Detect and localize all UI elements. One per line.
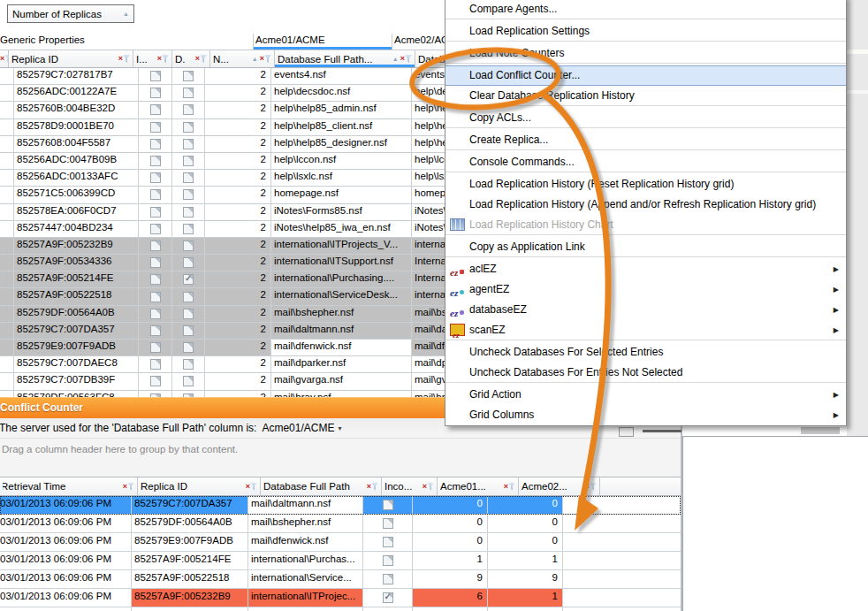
replica-id-cell[interactable]: 852579C7:007DAEC8 [14,356,139,372]
replica-id-cell[interactable]: 852579C7:027817B7 [14,68,139,84]
table-row[interactable]: 03/01/2013 06:09:06 PM 852579DF:00564A0B… [0,515,681,533]
filter-icon[interactable]: × [504,483,515,491]
replica-count-cell[interactable]: 2 [205,391,271,397]
incomplete-checkbox-cell[interactable] [363,496,413,514]
column-header-replica-id[interactable]: Replica ID × [9,50,133,67]
table-row[interactable]: 03/01/2013 06:09:06 PM 85257A9F:00534336… [0,607,681,611]
checkbox-icon[interactable] [150,122,161,133]
database-path-cell[interactable]: mail\dparker.nsf [271,356,412,372]
database-path-cell[interactable]: international\ITProjects_V... [271,238,412,254]
checkbox-icon[interactable] [150,71,161,81]
replica-count-cell[interactable]: 2 [205,68,271,84]
checkbox-icon[interactable] [183,292,194,302]
acme01-count-cell[interactable]: 0 [413,533,488,551]
checkbox-cell-i[interactable] [139,391,172,397]
database-path-cell[interactable]: events4.nsf [271,68,412,84]
replica-id-cell[interactable]: 85257A9F:00534336 [14,255,139,271]
menu-item[interactable]: Load Replication History Chart ▶ [445,215,846,235]
server-selector[interactable]: Acme01/ACME ▾ [262,422,341,434]
checkbox-cell-i[interactable] [139,340,172,355]
filter-icon[interactable]: × [400,55,412,63]
retrieval-time-cell[interactable]: 03/01/2013 06:09:06 PM [0,607,132,611]
replica-count-cell[interactable]: 2 [205,221,271,237]
database-path-cell[interactable]: international\ServiceDesk... [271,288,412,304]
checkbox-icon[interactable] [383,574,393,584]
checkbox-icon[interactable] [183,309,194,319]
checkbox-icon[interactable] [150,104,161,115]
database-path-cell[interactable]: help\lsxlc.nsf [271,170,412,186]
retrieval-time-cell[interactable]: 03/01/2013 06:09:06 PM [0,533,132,551]
incomplete-checkbox-cell[interactable] [363,515,413,532]
database-path-cell[interactable]: mail\dfenwick.nsf [271,340,412,355]
checkbox-cell-i[interactable] [139,255,172,271]
checkbox-icon[interactable] [383,518,393,529]
replica-id-cell[interactable]: 85257A9F:005232B9 [14,238,139,254]
checkbox-icon[interactable] [150,139,161,149]
replica-id-cell[interactable]: 85257A9F:00522518 [14,288,139,304]
acme01-count-cell[interactable]: 9 [413,570,488,588]
checkbox-icon[interactable] [183,376,194,386]
menu-item[interactable]: Uncheck Databases For Selected Entries ▶ [445,342,846,363]
filter-icon[interactable]: × [585,483,597,491]
checkbox-cell-d[interactable] [172,136,205,152]
replica-count-cell[interactable]: 2 [205,271,271,287]
replica-id-cell[interactable]: 85256ADC:00122A7E [14,85,139,101]
checkbox-icon[interactable] [150,325,161,336]
replica-count-cell[interactable]: 2 [205,119,271,135]
column-header-database-full-path[interactable]: Database Full Path × [261,477,382,495]
checkbox-cell-d[interactable] [172,373,205,389]
checkbox-cell-i[interactable] [139,221,172,237]
column-header-acme02[interactable]: Acme02... × [519,477,600,495]
table-row[interactable]: 03/01/2013 06:09:06 PM 852579E9:007F9ADB… [0,533,681,552]
checkbox-cell-d[interactable] [172,119,205,135]
replica-count-cell[interactable]: 2 [205,153,271,169]
checkbox-icon[interactable] [150,257,161,268]
database-path-cell[interactable]: international\ITSuppo... [248,607,363,611]
filter-icon[interactable]: × [260,55,271,63]
checkbox-icon[interactable] [183,325,194,336]
checkbox-icon[interactable] [183,274,194,285]
checkbox-icon[interactable] [150,172,161,183]
replica-count-cell[interactable]: 2 [205,204,271,220]
menu-item[interactable]: Grid Action ▶ [445,385,846,405]
replica-count-cell[interactable]: 2 [205,238,271,254]
acme02-count-cell[interactable]: 1 [488,589,563,607]
menu-item[interactable]: Load Replication History (Reset Replicat… [445,174,846,195]
menu-item[interactable]: Load Replication Settings ▶ [445,21,846,42]
checkbox-icon[interactable] [150,359,161,370]
acme02-count-cell[interactable]: 0 [488,607,563,611]
column-header-retrieval-time[interactable]: Retrieval Time × [0,477,138,495]
database-path-cell[interactable]: help\decsdoc.nsf [271,85,412,101]
database-path-cell[interactable]: iNotes\Forms85.nsf [271,204,412,220]
menu-item[interactable]: Load Conflict Counter... ▶ [445,65,846,86]
checkbox-icon[interactable] [183,139,194,149]
menu-item[interactable]: aclEZ ▶ [445,259,846,279]
replica-id-cell[interactable]: 85257A9F:00534336 [132,607,248,611]
retrieval-time-cell[interactable]: 03/01/2013 06:09:06 PM [0,496,132,514]
checkbox-cell-d[interactable] [172,68,205,84]
database-path-cell[interactable]: help\help85_admin.nsf [271,102,412,118]
filter-icon[interactable]: × [246,483,257,491]
checkbox-icon[interactable] [150,189,161,200]
replica-id-cell[interactable]: 852571C5:006399CD [14,187,139,202]
checkbox-cell-i[interactable] [139,288,172,304]
checkbox-icon[interactable] [150,274,161,285]
replica-id-cell[interactable]: 85257A9F:00522518 [132,570,248,588]
checkbox-icon[interactable] [183,207,194,218]
replica-id-cell[interactable]: 85256ADC:00133AFC [14,170,139,186]
filter-icon[interactable]: × [367,483,378,491]
checkbox-icon[interactable] [183,71,194,81]
column-header-replica-id[interactable]: Replica ID × [138,477,261,495]
checkbox-cell-d[interactable] [172,288,205,304]
checkbox-icon[interactable] [383,537,393,547]
acme02-count-cell[interactable]: 0 [488,515,563,532]
replica-id-cell[interactable]: 852579DF:00564A0B [14,306,139,322]
table-row[interactable]: 03/01/2013 06:09:06 PM 85257A9F:00522518… [0,570,681,589]
replica-count-cell[interactable]: 2 [205,356,271,372]
checkbox-cell-d[interactable] [172,170,205,186]
database-path-cell[interactable]: international\ITProjec... [248,589,363,607]
checkbox-icon[interactable] [183,342,194,353]
database-path-cell[interactable]: mail\hray.nsf [271,391,412,397]
menu-item[interactable]: Grid Columns ▶ [445,405,846,425]
checkbox-cell-i[interactable] [139,204,172,220]
